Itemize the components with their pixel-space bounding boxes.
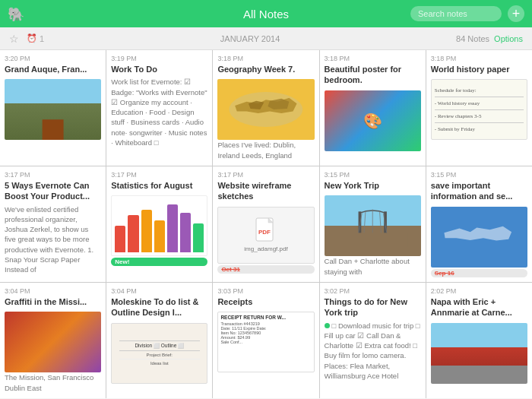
note-title: Graffiti in the Missi...	[5, 296, 101, 307]
note-card[interactable]: 3:17 PM Statistics for August New!	[106, 166, 212, 282]
add-note-button[interactable]: +	[508, 5, 524, 22]
note-card[interactable]: 3:17 PM Website wireframe sketches PDF i…	[213, 166, 318, 282]
note-time: 3:02 PM	[325, 287, 421, 295]
svg-rect-4	[337, 233, 408, 248]
note-title: Grand Auque, Fran...	[5, 64, 101, 74]
tag-badge: Oct 31	[217, 265, 314, 274]
note-card[interactable]: 3:19 PM Work To Do Work list for Evernot…	[106, 50, 212, 166]
tag-badge: New!	[111, 258, 207, 266]
note-body: Work list for Evernote: ☑ Badge: "Works …	[111, 77, 207, 161]
tag-badge: Sep 16	[431, 269, 527, 277]
clock-icon: ⏰	[27, 33, 37, 43]
note-body: Places I've lived: Dublin, Ireland Leeds…	[217, 140, 314, 161]
note-title: Moleskine To do list & Outline Design I.…	[111, 296, 207, 318]
note-time: 3:17 PM	[111, 171, 207, 179]
note-title: 5 Ways Evernote Can Boost Your Product..…	[5, 180, 101, 202]
notes-grid: 3:20 PM Grand Auque, Fran... 3:19 PM Wor…	[0, 50, 532, 398]
note-title: Website wireframe sketches	[217, 180, 314, 202]
note-title: Things to do for New York trip	[325, 296, 421, 318]
note-time: 3:19 PM	[111, 55, 207, 62]
note-time: 3:18 PM	[217, 55, 314, 62]
date-label: JANUARY 2014	[220, 34, 280, 43]
note-card[interactable]: 3:18 PM Geography Week 7. Places I've li…	[213, 50, 318, 166]
options-button[interactable]: Options	[494, 34, 523, 43]
note-card[interactable]: 3:03 PM Receipts RECEIPT RETURN FOR W...…	[213, 283, 318, 398]
note-card[interactable]: 3:15 PM save important information and s…	[426, 166, 532, 282]
note-time: 3:04 PM	[5, 287, 101, 295]
search-input[interactable]	[410, 6, 502, 21]
note-time: 3:18 PM	[431, 55, 527, 62]
note-time: 3:04 PM	[111, 287, 207, 295]
note-card[interactable]: 2:02 PM Napa with Eric + Annmarie at Car…	[426, 283, 532, 398]
note-time: 3:15 PM	[431, 171, 527, 179]
reminder-icon[interactable]: ⏰ 1	[27, 33, 44, 43]
star-icon[interactable]: ☆	[9, 33, 19, 45]
note-card[interactable]: 3:15 PM New York Trip Call Dan + Charlot…	[320, 166, 426, 282]
note-title: Napa with Eric + Annmarie at Carne...	[431, 296, 527, 318]
note-title: Work To Do	[111, 64, 207, 74]
note-title: Beautiful poster for bedroom.	[325, 64, 421, 86]
note-title: Geography Week 7.	[217, 64, 314, 74]
note-title: New York Trip	[325, 180, 421, 191]
sub-bar: ☆ ⏰ 1 JANUARY 2014 84 Notes Options	[0, 27, 532, 50]
note-time: 3:20 PM	[5, 55, 101, 62]
reminder-count: 1	[40, 34, 44, 43]
svg-text:PDF: PDF	[258, 229, 271, 236]
note-body: Call Dan + Charlotte about staying with	[325, 256, 421, 277]
note-time: 3:15 PM	[325, 171, 421, 179]
green-dot	[325, 323, 330, 328]
note-time: 2:02 PM	[431, 287, 527, 295]
note-card[interactable]: 3:17 PM 5 Ways Evernote Can Boost Your P…	[0, 166, 106, 282]
note-card[interactable]: 3:04 PM Moleskine To do list & Outline D…	[106, 283, 212, 398]
note-title: World history paper	[431, 64, 527, 74]
note-card[interactable]: 3:18 PM World history paper Schedule for…	[426, 50, 532, 166]
note-card[interactable]: 3:20 PM Grand Auque, Fran...	[0, 50, 106, 166]
note-title: Statistics for August	[111, 180, 207, 191]
note-title: save important information and se...	[431, 180, 527, 202]
note-card[interactable]: 3:02 PM Things to do for New York trip □…	[320, 283, 426, 398]
note-time: 3:18 PM	[325, 55, 421, 62]
page-title: All Notes	[243, 8, 289, 21]
note-time: 3:17 PM	[217, 171, 314, 179]
note-card[interactable]: 3:04 PM Graffiti in the Missi... The Mis…	[0, 283, 106, 398]
svg-line-8	[364, 212, 366, 233]
note-body: We've enlisted certified professional or…	[5, 204, 101, 277]
notes-count: 84 Notes	[456, 34, 489, 43]
note-card[interactable]: 3:18 PM Beautiful poster for bedroom. 🎨	[320, 50, 426, 166]
note-time: 3:03 PM	[217, 287, 314, 295]
evernote-logo: 🐘	[8, 6, 23, 21]
svg-line-10	[380, 212, 382, 233]
note-title: Receipts	[217, 296, 314, 307]
note-body: □ Download music for trip □ Fill up car …	[325, 321, 421, 394]
note-body: The Mission, San Francisco Dublin East	[5, 372, 101, 394]
note-time: 3:17 PM	[5, 171, 101, 179]
top-bar: 🐘 All Notes +	[0, 0, 532, 27]
